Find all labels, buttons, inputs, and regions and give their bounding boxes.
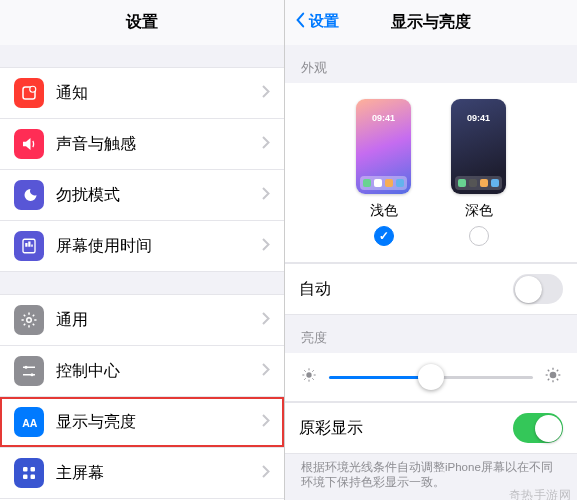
svg-rect-4: [28, 242, 30, 247]
chevron-icon: [262, 84, 270, 102]
chevron-icon: [262, 135, 270, 153]
dark-mode-option[interactable]: 09:41 深色: [451, 99, 506, 246]
settings-pane: 设置 通知声音与触感勿扰模式屏幕使用时间 通用控制中心AA显示与亮度主屏幕辅助功…: [0, 0, 285, 500]
settings-row-label: 主屏幕: [56, 463, 262, 484]
screentime-icon: [14, 231, 44, 261]
svg-line-43: [548, 379, 549, 380]
svg-line-35: [312, 370, 313, 371]
brightness-low-icon: [301, 367, 317, 387]
chevron-icon: [262, 311, 270, 329]
dark-mode-label: 深色: [465, 202, 493, 220]
svg-point-36: [550, 372, 557, 379]
homescreen-icon: [14, 458, 44, 488]
back-button[interactable]: 设置: [295, 12, 339, 31]
brightness-section-label: 亮度: [285, 315, 577, 353]
svg-rect-3: [25, 243, 27, 247]
light-mode-radio[interactable]: [374, 226, 394, 246]
svg-point-6: [27, 318, 32, 323]
light-mode-thumb: 09:41: [356, 99, 411, 194]
auto-toggle[interactable]: [513, 274, 563, 304]
display-title: 设置 显示与亮度: [285, 0, 577, 45]
settings-row-label: 控制中心: [56, 361, 262, 382]
brightness-row: [285, 353, 577, 402]
svg-line-41: [548, 370, 549, 371]
light-mode-label: 浅色: [370, 202, 398, 220]
truetone-toggle[interactable]: [513, 413, 563, 443]
svg-line-33: [312, 378, 313, 379]
svg-rect-5: [31, 245, 33, 247]
chevron-icon: [262, 237, 270, 255]
svg-rect-15: [31, 475, 36, 480]
light-mode-option[interactable]: 09:41 浅色: [356, 99, 411, 246]
svg-text:AA: AA: [22, 417, 38, 429]
settings-row-label: 勿扰模式: [56, 185, 262, 206]
general-icon: [14, 305, 44, 335]
settings-row-dnd[interactable]: 勿扰模式: [0, 170, 284, 221]
notifications-icon: [14, 78, 44, 108]
appearance-picker: 09:41 浅色 09:41 深色: [285, 83, 577, 263]
display-brightness-pane: 设置 显示与亮度 外观 09:41 浅色 09:41 深色: [285, 0, 577, 500]
dark-mode-radio[interactable]: [469, 226, 489, 246]
chevron-icon: [262, 464, 270, 482]
svg-rect-14: [23, 475, 28, 480]
auto-appearance-row[interactable]: 自动: [285, 264, 577, 314]
settings-row-sounds[interactable]: 声音与触感: [0, 119, 284, 170]
chevron-icon: [262, 362, 270, 380]
dnd-icon: [14, 180, 44, 210]
brightness-high-icon: [545, 367, 561, 387]
display-icon: AA: [14, 407, 44, 437]
settings-title: 设置: [0, 0, 284, 45]
appearance-section-label: 外观: [285, 45, 577, 83]
svg-line-34: [304, 378, 305, 379]
settings-row-general[interactable]: 通用: [0, 295, 284, 346]
settings-row-label: 通知: [56, 83, 262, 104]
control-icon: [14, 356, 44, 386]
svg-rect-13: [31, 467, 36, 472]
settings-row-display[interactable]: AA显示与亮度: [0, 397, 284, 448]
auto-label: 自动: [299, 279, 513, 300]
settings-row-label: 屏幕使用时间: [56, 236, 262, 257]
settings-row-label: 声音与触感: [56, 134, 262, 155]
sounds-icon: [14, 129, 44, 159]
settings-row-label: 显示与亮度: [56, 412, 262, 433]
chevron-icon: [262, 413, 270, 431]
settings-row-control[interactable]: 控制中心: [0, 346, 284, 397]
brightness-slider[interactable]: [329, 376, 533, 379]
settings-row-notifications[interactable]: 通知: [0, 68, 284, 119]
svg-line-42: [557, 379, 558, 380]
svg-point-1: [30, 86, 36, 92]
truetone-label: 原彩显示: [299, 418, 513, 439]
dark-mode-thumb: 09:41: [451, 99, 506, 194]
svg-point-27: [306, 372, 311, 377]
settings-row-homescreen[interactable]: 主屏幕: [0, 448, 284, 499]
settings-row-screentime[interactable]: 屏幕使用时间: [0, 221, 284, 271]
svg-rect-12: [23, 467, 28, 472]
svg-line-32: [304, 370, 305, 371]
chevron-icon: [262, 186, 270, 204]
truetone-row[interactable]: 原彩显示: [285, 403, 577, 453]
settings-row-label: 通用: [56, 310, 262, 331]
svg-line-44: [557, 370, 558, 371]
truetone-note: 根据环境光线条件自动调整iPhone屏幕以在不同环境下保持色彩显示一致。: [285, 454, 577, 500]
